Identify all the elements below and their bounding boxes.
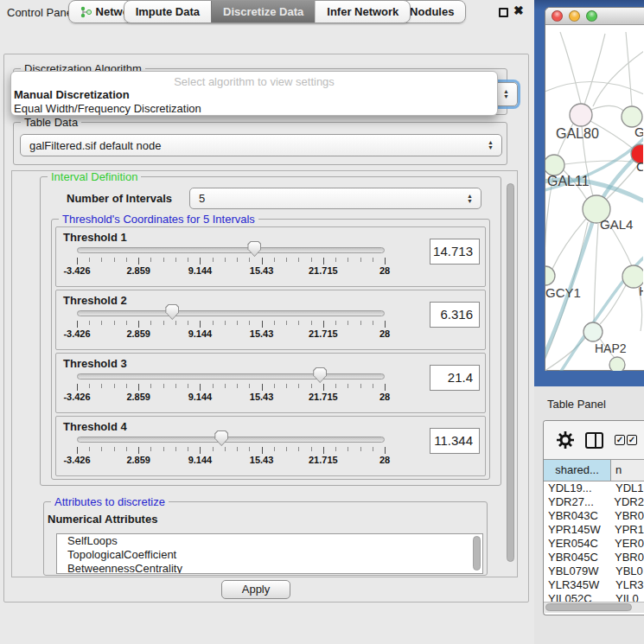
network-edge[interactable] xyxy=(594,224,598,322)
list-scrollbar[interactable] xyxy=(473,536,481,571)
threshold-value-field[interactable]: 6.316 xyxy=(430,302,480,328)
cell-shared-name[interactable]: YPR145W xyxy=(544,523,610,537)
table-row[interactable]: YER054CYER0 xyxy=(544,537,644,551)
table-row[interactable]: YLR345WYLR3 xyxy=(544,578,644,592)
attribute-list-item[interactable]: BetweennessCentrality xyxy=(57,562,482,574)
network-edge[interactable] xyxy=(600,285,626,324)
threshold-panel-4: Threshold 4-3.4262.8599.14415.4321.71528… xyxy=(55,416,486,476)
scrollbar-thumb[interactable] xyxy=(545,603,632,611)
slider-track[interactable] xyxy=(77,247,385,253)
network-node-gal80[interactable] xyxy=(570,104,592,126)
network-edge[interactable] xyxy=(593,51,643,106)
table-data-combobox[interactable]: galFiltered.sif default node ▲▼ xyxy=(20,134,502,156)
tab-impute-data[interactable]: Impute Data xyxy=(124,1,211,22)
slider-thumb[interactable] xyxy=(214,430,228,446)
cell-shared-name[interactable]: YLR345W xyxy=(544,578,611,592)
table-row[interactable]: YBL079WYBL0 xyxy=(544,564,644,578)
slider-scale-label: 2.859 xyxy=(126,328,150,339)
slider-track[interactable] xyxy=(77,437,385,443)
popup-option-manual-discretization[interactable]: Manual Discretization xyxy=(14,88,130,101)
tab-infer-network[interactable]: Infer Network xyxy=(315,1,410,22)
horizontal-scrollbar[interactable] xyxy=(544,602,644,613)
threshold-slider[interactable]: -3.4262.8599.14415.4321.71528 xyxy=(77,367,385,404)
cell-shared-name[interactable]: YBR043C xyxy=(544,509,610,523)
network-edge[interactable] xyxy=(626,32,632,106)
cell-shared-name[interactable]: YIL052C xyxy=(544,592,611,602)
minimize-traffic-light[interactable] xyxy=(569,10,580,22)
network-canvas[interactable]: GAL80GCGAL11GAL4GCY1HHAP2 xyxy=(545,26,643,371)
threshold-slider[interactable]: -3.4262.8599.14415.4321.71528 xyxy=(77,430,385,467)
threshold-value-field[interactable]: 21.4 xyxy=(430,365,480,391)
network-node-hap2[interactable] xyxy=(583,322,603,341)
tab-discretize-data[interactable]: Discretize Data xyxy=(211,1,315,22)
network-window-frame: GAL80GCGAL11GAL4GCY1HHAP2 xyxy=(534,0,644,386)
slider-thumb[interactable] xyxy=(313,367,327,383)
cell-name[interactable]: YDR2 xyxy=(609,495,644,509)
combo-arrows-icon: ▲▼ xyxy=(467,194,473,204)
vertical-scrollbar[interactable] xyxy=(506,176,515,571)
cell-shared-name[interactable]: YBR045C xyxy=(544,551,610,564)
table-data-group-title: Table Data xyxy=(21,116,81,129)
cell-shared-name[interactable]: YDR27... xyxy=(544,495,609,509)
threshold-value-field[interactable]: 11.344 xyxy=(430,428,480,454)
cell-name[interactable]: YDL1 xyxy=(611,481,644,495)
network-node-gcy1[interactable] xyxy=(545,266,555,285)
table-row[interactable]: YBR045CYBR0 xyxy=(544,551,644,564)
close-traffic-light[interactable] xyxy=(552,10,563,22)
network-node-unlabeled[interactable] xyxy=(609,357,625,371)
scrollbar-thumb[interactable] xyxy=(507,183,514,562)
number-of-intervals-combobox[interactable]: 5 ▲▼ xyxy=(189,188,481,209)
apply-button[interactable]: Apply xyxy=(221,580,290,599)
table-row[interactable]: YPR145WYPR1 xyxy=(544,523,644,537)
slider-thumb[interactable] xyxy=(247,241,261,257)
cell-name[interactable]: YBR0 xyxy=(610,551,644,564)
cell-shared-name[interactable]: YDL19... xyxy=(544,481,611,495)
right-side: GAL80GCGAL11GAL4GCY1HHAP2 Table Panel xyxy=(534,0,644,644)
network-edge[interactable] xyxy=(584,34,605,105)
slider-track[interactable] xyxy=(77,373,385,379)
cell-name[interactable]: YBL0 xyxy=(611,564,644,578)
cell-name[interactable]: YPR1 xyxy=(610,523,644,537)
zoom-traffic-light[interactable] xyxy=(586,10,597,22)
cell-name[interactable]: YIL0 xyxy=(611,592,644,602)
network-edge[interactable] xyxy=(560,32,581,104)
threshold-slider[interactable]: -3.4262.8599.14415.4321.71528 xyxy=(77,241,385,277)
node-label-gal11: GAL11 xyxy=(547,174,590,188)
algorithm-dropdown-popup: Select algorithm to view settings Manual… xyxy=(10,71,498,116)
network-edge[interactable] xyxy=(591,105,624,112)
table-row[interactable]: YIL052CYIL0 xyxy=(544,592,644,602)
cell-name[interactable]: YLR3 xyxy=(611,578,644,592)
slider-track[interactable] xyxy=(77,310,385,316)
network-window-titlebar[interactable] xyxy=(545,8,644,25)
threshold-slider[interactable]: -3.4262.8599.14415.4321.71528 xyxy=(77,304,385,341)
slider-major-tick xyxy=(385,258,386,265)
slider-major-tick xyxy=(262,384,263,391)
attribute-list-item[interactable]: TopologicalCoefficient xyxy=(57,548,482,562)
slider-major-tick xyxy=(385,384,386,391)
cell-name[interactable]: YBR0 xyxy=(610,509,644,523)
slider-scale-label: 15.43 xyxy=(250,392,274,402)
cell-shared-name[interactable]: YBL079W xyxy=(544,564,611,578)
slider-thumb[interactable] xyxy=(165,304,179,320)
cell-name[interactable]: YER0 xyxy=(610,537,644,551)
split-columns-icon[interactable] xyxy=(585,432,603,449)
thresholds-group-title: Threshold's Coordinates for 5 Intervals xyxy=(59,213,258,226)
slider-major-tick xyxy=(385,447,386,454)
column-header-shared-name[interactable]: shared... xyxy=(544,460,611,481)
numerical-attributes-list[interactable]: SelfLoopsTopologicalCoefficientBetweenne… xyxy=(56,533,483,574)
threshold-value-field[interactable]: 14.713 xyxy=(430,239,480,265)
gear-icon[interactable] xyxy=(557,431,574,449)
table-row[interactable]: YBR043CYBR0 xyxy=(544,509,644,523)
popup-option-equal-width-frequency[interactable]: Equal Width/Frequency Discretization xyxy=(14,102,201,115)
attribute-list-item[interactable]: SelfLoops xyxy=(57,534,482,548)
table-row[interactable]: YDR27...YDR2 xyxy=(544,495,644,509)
network-edge[interactable] xyxy=(545,81,643,96)
cell-shared-name[interactable]: YER054C xyxy=(544,537,610,551)
slider-scale-label: 9.144 xyxy=(188,328,213,339)
table-row[interactable]: YDL19...YDL1 xyxy=(544,481,644,495)
table-header-row: shared... n xyxy=(544,459,644,481)
network-node-gal11[interactable] xyxy=(545,155,564,175)
network-edge[interactable] xyxy=(564,161,631,164)
column-header-name[interactable]: n xyxy=(611,460,644,481)
select-columns-icon[interactable]: ✓ ✓ xyxy=(615,435,637,445)
